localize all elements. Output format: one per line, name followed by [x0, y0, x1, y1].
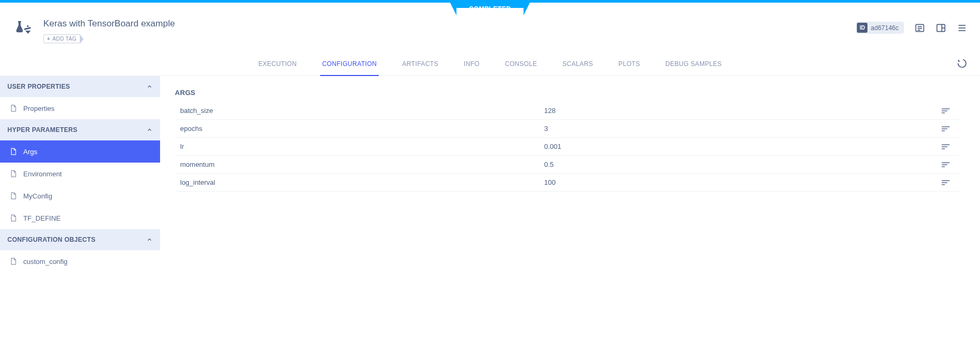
experiment-icon — [13, 18, 34, 37]
layout-icon[interactable] — [936, 23, 946, 33]
menu-icon[interactable] — [957, 23, 967, 33]
param-row: batch_size 128 — [175, 102, 959, 120]
sidebar: USER PROPERTIES Properties HYPER PARAMET… — [0, 76, 160, 272]
sidebar-item-label: TF_DEFINE — [23, 214, 61, 222]
file-icon — [10, 257, 17, 266]
sort-icon[interactable] — [941, 144, 957, 150]
section-title: ARGS — [175, 89, 959, 97]
chevron-up-icon — [146, 83, 153, 90]
notes-icon[interactable] — [914, 23, 925, 33]
chevron-up-icon — [146, 127, 153, 133]
tab-execution[interactable]: EXECUTION — [256, 53, 299, 76]
sidebar-item-custom-config[interactable]: custom_config — [0, 250, 160, 272]
param-key: batch_size — [177, 107, 544, 115]
body: USER PROPERTIES Properties HYPER PARAMET… — [0, 76, 980, 272]
svg-rect-0 — [27, 25, 29, 27]
param-key: epochs — [177, 125, 544, 133]
add-tag-label: ADD TAG — [52, 36, 77, 42]
id-badge[interactable]: ID ad67146c — [856, 22, 904, 34]
file-icon — [10, 104, 17, 112]
file-icon — [10, 214, 17, 222]
file-icon — [10, 192, 17, 200]
sidebar-group-label: CONFIGURATION OBJECTS — [7, 236, 96, 243]
header-left: Keras with TensorBoard example + ADD TAG — [13, 18, 856, 43]
sidebar-item-label: custom_config — [23, 258, 68, 266]
sidebar-item-properties[interactable]: Properties — [0, 97, 160, 119]
tab-info[interactable]: INFO — [462, 53, 482, 76]
tab-debug-samples[interactable]: DEBUG SAMPLES — [663, 53, 724, 76]
chevron-up-icon — [146, 237, 153, 243]
sidebar-item-label: MyConfig — [23, 192, 52, 200]
sidebar-item-args[interactable]: Args — [0, 140, 160, 163]
sidebar-item-myconfig[interactable]: MyConfig — [0, 185, 160, 207]
file-icon — [10, 147, 17, 156]
refresh-icon[interactable] — [957, 58, 967, 69]
sidebar-item-label: Properties — [23, 105, 54, 112]
tabs: EXECUTION CONFIGURATION ARTIFACTS INFO C… — [0, 53, 980, 76]
plus-icon: + — [47, 36, 50, 42]
file-icon — [10, 169, 17, 178]
id-badge-label: ID — [857, 23, 867, 33]
sort-icon[interactable] — [941, 108, 957, 114]
param-value: 0.001 — [544, 143, 941, 150]
param-value: 100 — [544, 178, 941, 186]
sidebar-group-config-objects[interactable]: CONFIGURATION OBJECTS — [0, 229, 160, 250]
sidebar-group-hyper-parameters[interactable]: HYPER PARAMETERS — [0, 119, 160, 140]
sort-icon[interactable] — [941, 179, 957, 186]
sidebar-item-label: Environment — [23, 170, 62, 178]
sort-icon[interactable] — [941, 126, 957, 132]
tab-plots[interactable]: PLOTS — [617, 53, 642, 76]
param-value: 3 — [544, 125, 941, 133]
sidebar-group-user-properties[interactable]: USER PROPERTIES — [0, 76, 160, 97]
param-key: lr — [177, 143, 544, 150]
param-value: 0.5 — [544, 160, 941, 168]
page-title: Keras with TensorBoard example — [43, 18, 175, 29]
param-row: momentum 0.5 — [175, 156, 959, 174]
tab-scalars[interactable]: SCALARS — [560, 53, 595, 76]
sidebar-item-label: Args — [23, 148, 38, 156]
param-key: log_interval — [177, 178, 544, 186]
header-right: ID ad67146c — [856, 18, 967, 34]
title-block: Keras with TensorBoard example + ADD TAG — [43, 18, 175, 43]
param-row: lr 0.001 — [175, 138, 959, 156]
param-value: 128 — [544, 107, 941, 115]
tab-configuration[interactable]: CONFIGURATION — [320, 53, 379, 76]
sidebar-group-label: USER PROPERTIES — [7, 83, 70, 90]
content: ARGS batch_size 128 epochs 3 lr 0.001 mo… — [160, 76, 980, 272]
tab-console[interactable]: CONSOLE — [503, 53, 539, 76]
sidebar-item-environment[interactable]: Environment — [0, 163, 160, 185]
tab-artifacts[interactable]: ARTIFACTS — [400, 53, 441, 76]
status-chip: COMPLETED — [456, 3, 524, 8]
sidebar-item-tf-define[interactable]: TF_DEFINE — [0, 207, 160, 229]
param-key: momentum — [177, 160, 544, 168]
add-tag-button[interactable]: + ADD TAG — [43, 34, 80, 43]
sort-icon[interactable] — [941, 162, 957, 168]
param-row: epochs 3 — [175, 120, 959, 138]
id-badge-value: ad67146c — [869, 24, 904, 32]
param-row: log_interval 100 — [175, 174, 959, 192]
sidebar-group-label: HYPER PARAMETERS — [7, 126, 78, 134]
